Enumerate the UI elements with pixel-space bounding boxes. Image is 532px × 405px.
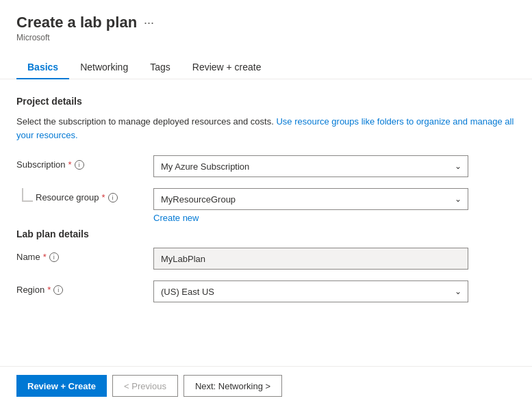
project-details-title: Project details (16, 96, 516, 107)
title-row: Create a lab plan ··· (16, 14, 516, 31)
subscription-info-icon[interactable]: i (75, 160, 84, 170)
project-description: Select the subscription to manage deploy… (16, 115, 516, 142)
resource-group-select-wrapper: MyResourceGroup ⌄ (153, 188, 468, 210)
resource-group-label: Resource group * i (36, 188, 118, 202)
footer: Review + Create < Previous Next: Network… (0, 366, 532, 405)
subscription-label: Subscription * i (16, 155, 153, 170)
name-row: Name * i (16, 248, 516, 270)
subscription-select-wrapper: My Azure Subscription ⌄ (153, 155, 468, 177)
next-button[interactable]: Next: Networking > (183, 375, 282, 397)
tab-basics[interactable]: Basics (16, 56, 69, 79)
name-required: * (43, 252, 47, 262)
review-create-button[interactable]: Review + Create (16, 375, 107, 397)
region-required: * (47, 285, 51, 295)
name-control (153, 248, 468, 270)
name-label: Name * i (16, 248, 153, 262)
description-text-1: Select the subscription to manage deploy… (16, 116, 274, 127)
tab-review-create[interactable]: Review + create (181, 56, 273, 79)
previous-button[interactable]: < Previous (112, 375, 178, 397)
tab-tags[interactable]: Tags (139, 56, 181, 79)
subtitle: Microsoft (16, 33, 516, 42)
ellipsis-icon[interactable]: ··· (144, 16, 154, 30)
lab-plan-title: Lab plan details (16, 228, 516, 239)
resource-group-row: Resource group * i MyResourceGroup ⌄ Cre… (16, 188, 516, 223)
name-input[interactable] (153, 248, 468, 270)
lab-plan-section: Lab plan details Name * i Region * i (16, 228, 516, 302)
region-label: Region * i (16, 280, 153, 295)
subscription-control: My Azure Subscription ⌄ (153, 155, 468, 177)
indent-line (22, 188, 33, 202)
region-control: (US) East US ⌄ (153, 280, 468, 302)
create-new-link[interactable]: Create new (153, 213, 468, 223)
region-select-wrapper: (US) East US ⌄ (153, 280, 468, 302)
resource-group-select[interactable]: MyResourceGroup (153, 188, 468, 210)
subscription-row: Subscription * i My Azure Subscription ⌄ (16, 155, 516, 177)
tabs: Basics Networking Tags Review + create (0, 45, 532, 79)
page-title: Create a lab plan (16, 14, 137, 31)
subscription-required: * (68, 159, 72, 170)
region-info-icon[interactable]: i (53, 285, 63, 295)
tab-networking[interactable]: Networking (69, 56, 139, 79)
resource-group-control: MyResourceGroup ⌄ Create new (153, 188, 468, 223)
subscription-select[interactable]: My Azure Subscription (153, 155, 468, 177)
name-info-icon[interactable]: i (49, 252, 59, 262)
resource-group-info-icon[interactable]: i (108, 193, 118, 202)
region-select[interactable]: (US) East US (153, 280, 468, 302)
header: Create a lab plan ··· Microsoft (0, 0, 532, 42)
page-wrapper: Create a lab plan ··· Microsoft Basics N… (0, 0, 532, 405)
content: Project details Select the subscription … (0, 79, 532, 366)
region-row: Region * i (US) East US ⌄ (16, 280, 516, 302)
resource-group-required: * (102, 192, 105, 202)
